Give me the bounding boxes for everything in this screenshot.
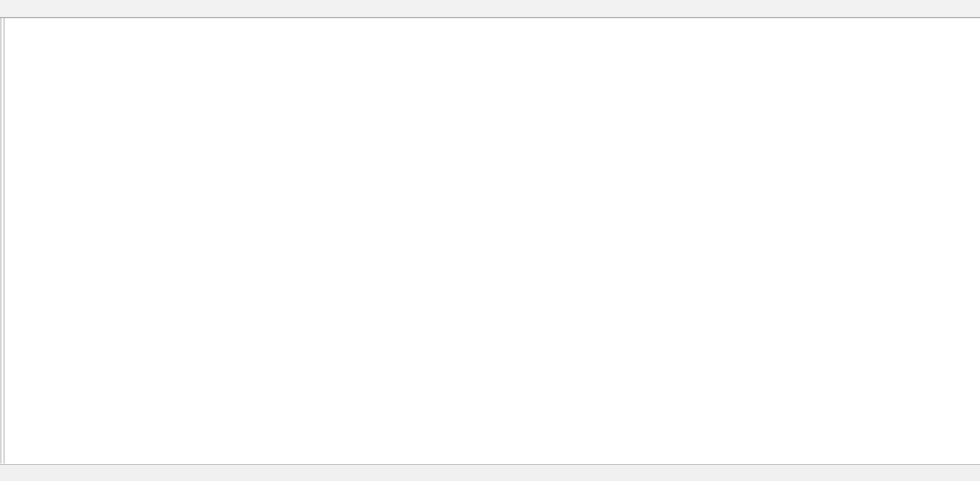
window-border-top [0, 17, 980, 18]
chart-tab-bar [0, 464, 980, 481]
window-border-left-inner [4, 17, 4, 464]
chart-title [9, 21, 17, 29]
tab-scroll-arrows [966, 465, 974, 481]
chart-canvas[interactable] [0, 0, 980, 465]
window-border-left-outer [1, 17, 1, 464]
trading-platform-window [0, 0, 980, 481]
